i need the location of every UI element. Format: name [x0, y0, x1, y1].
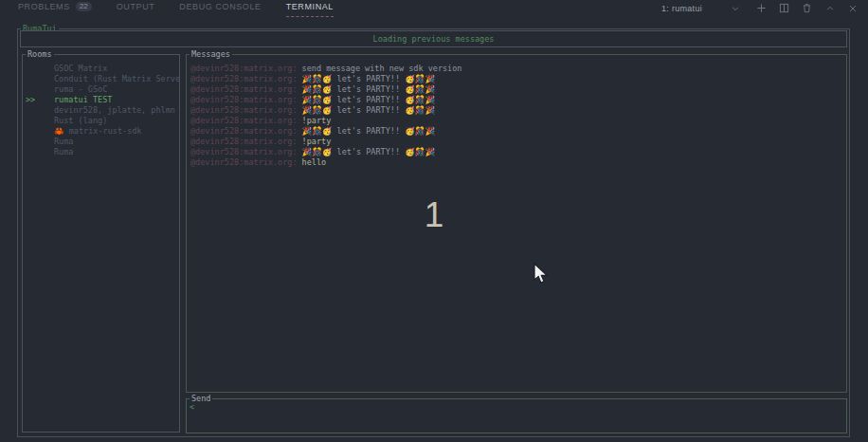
terminal-instance-select[interactable]: 1: rumatui — [661, 2, 741, 14]
maximize-panel-button[interactable] — [823, 2, 836, 14]
message-text: !party — [302, 137, 332, 146]
message-row: @devinr528:matrix.org:🎉🎊🥳 let's PARTY!! … — [190, 147, 842, 157]
message-sender: @devinr528:matrix.org: — [190, 84, 298, 94]
message-sender: @devinr528:matrix.org: — [190, 116, 298, 125]
message-text: !party — [302, 116, 332, 125]
send-panel-title: Send — [190, 394, 212, 404]
messages-panel: Messages @devinr528:matrix.org:send mess… — [186, 54, 847, 393]
room-item-selected[interactable]: >> rumatui TEST — [23, 95, 179, 105]
message-text: hello — [302, 157, 327, 167]
terminal-toolbar: 1: rumatui — [661, 2, 859, 14]
panel-tab-bar: PROBLEMS 22 OUTPUT DEBUG CONSOLE TERMINA… — [0, 0, 868, 15]
tab-problems-label: PROBLEMS — [18, 2, 70, 11]
kill-terminal-button[interactable] — [801, 2, 813, 14]
rooms-panel: Rooms GSOC Matrix Conduit (Rust Matrix S… — [22, 54, 180, 433]
tab-terminal-label: TERMINAL — [286, 2, 334, 11]
messages-panel-title: Messages — [190, 49, 232, 60]
message-row: @devinr528:matrix.org:🎉🎊🥳 let's PARTY!! … — [190, 126, 842, 137]
room-item[interactable]: ruma - GSoC — [23, 84, 179, 95]
room-item[interactable]: Ruma — [23, 147, 179, 157]
message-row: @devinr528:matrix.org:🎉🎊🥳 let's PARTY!! … — [190, 105, 842, 116]
tab-output[interactable]: OUTPUT — [117, 2, 155, 16]
tab-debug-console-label: DEBUG CONSOLE — [179, 2, 261, 11]
message-text: 🎉🎊🥳 let's PARTY!! 🥳🎊🎉 — [302, 74, 435, 83]
message-input[interactable]: < — [187, 399, 846, 433]
message-text: 🎉🎊🥳 let's PARTY!! 🥳🎊🎉 — [302, 95, 435, 104]
tab-output-label: OUTPUT — [117, 2, 155, 11]
rooms-panel-title: Rooms — [26, 49, 54, 60]
message-row: @devinr528:matrix.org:send message with … — [190, 64, 842, 74]
message-text: 🎉🎊🥳 let's PARTY!! 🥳🎊🎉 — [302, 105, 435, 115]
room-item[interactable]: Rust (lang) — [23, 116, 179, 126]
terminal-instance-label: 1: rumatui — [661, 4, 702, 13]
message-text: 🎉🎊🥳 let's PARTY!! 🥳🎊🎉 — [302, 84, 435, 94]
message-sender: @devinr528:matrix.org: — [190, 74, 298, 83]
message-list: @devinr528:matrix.org:send message with … — [187, 55, 846, 168]
tab-terminal[interactable]: TERMINAL — [286, 2, 334, 17]
message-row: @devinr528:matrix.org:!party — [190, 116, 842, 126]
message-sender: @devinr528:matrix.org: — [190, 105, 298, 115]
message-sender: @devinr528:matrix.org: — [190, 64, 298, 73]
message-sender: @devinr528:matrix.org: — [190, 95, 298, 104]
tab-problems[interactable]: PROBLEMS 22 — [18, 2, 92, 16]
send-panel: Send < — [186, 398, 847, 433]
loading-banner: Loading previous messages — [20, 30, 847, 47]
room-item[interactable]: devinr528, jplatte, phlmn — [23, 105, 179, 116]
message-row: @devinr528:matrix.org:!party — [190, 137, 842, 147]
message-sender: @devinr528:matrix.org: — [190, 157, 298, 167]
message-sender: @devinr528:matrix.org: — [190, 126, 298, 136]
new-terminal-button[interactable] — [755, 2, 768, 14]
room-item[interactable]: 🦀 matrix-rust-sdk — [23, 126, 179, 137]
message-row: @devinr528:matrix.org:🎉🎊🥳 let's PARTY!! … — [190, 74, 842, 84]
message-row: @devinr528:matrix.org:🎉🎊🥳 let's PARTY!! … — [190, 95, 842, 105]
chevron-down-icon — [729, 2, 741, 14]
room-list: GSOC Matrix Conduit (Rust Matrix Server)… — [23, 55, 179, 157]
room-item[interactable]: GSOC Matrix — [23, 64, 179, 74]
close-panel-button[interactable] — [846, 2, 859, 14]
room-item[interactable]: Conduit (Rust Matrix Server) — [23, 74, 179, 84]
message-text: 🎉🎊🥳 let's PARTY!! 🥳🎊🎉 — [302, 126, 435, 136]
message-row: @devinr528:matrix.org:🎉🎊🥳 let's PARTY!! … — [190, 84, 842, 95]
split-terminal-button[interactable] — [778, 2, 790, 14]
message-text: 🎉🎊🥳 let's PARTY!! 🥳🎊🎉 — [302, 147, 435, 157]
loading-banner-text: Loading previous messages — [373, 34, 495, 44]
room-item[interactable]: Ruma — [23, 137, 179, 147]
message-sender: @devinr528:matrix.org: — [190, 147, 298, 157]
problems-count-badge: 22 — [76, 2, 92, 11]
rumatui-window: RumaTui Loading previous messages Rooms … — [17, 28, 850, 437]
selection-marker: >> — [26, 95, 35, 105]
tab-debug-console[interactable]: DEBUG CONSOLE — [179, 2, 261, 16]
message-sender: @devinr528:matrix.org: — [190, 137, 298, 146]
message-text: send message with new sdk version — [302, 64, 462, 73]
message-row: @devinr528:matrix.org:hello — [190, 157, 842, 168]
